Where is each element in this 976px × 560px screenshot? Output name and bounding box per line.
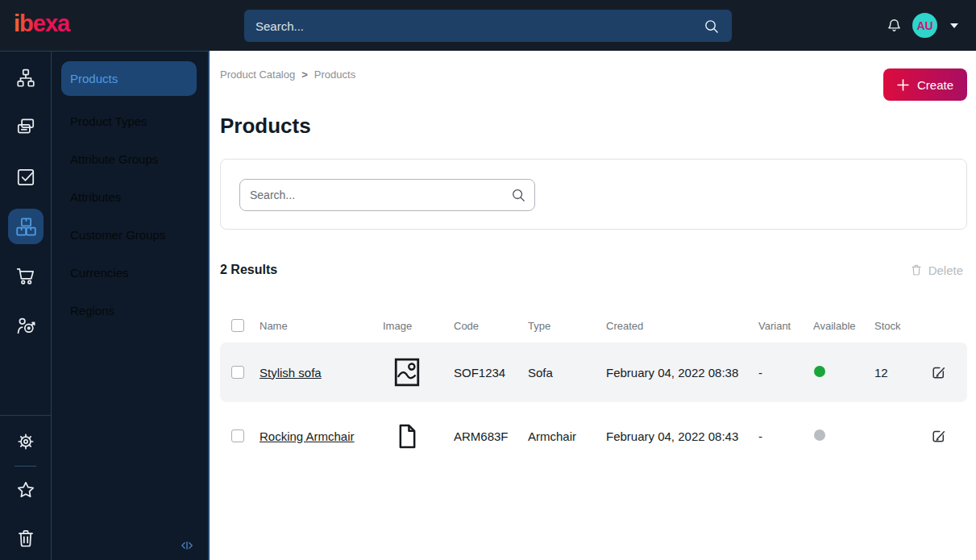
breadcrumb-products: Products [314,68,355,81]
topbar: ibexa AU [0,0,976,51]
table-row: Rocking Armchair ARM683F Armchair Februa… [220,406,967,466]
edit-button[interactable] [930,364,947,381]
rail-divider-short [15,466,36,467]
column-header-image: Image [383,320,454,332]
search-icon[interactable] [704,19,719,34]
trash-icon[interactable] [15,528,36,549]
settings-gear-icon[interactable] [15,431,36,452]
row-checkbox[interactable] [231,366,244,379]
product-name-link[interactable]: Rocking Armchair [260,429,355,443]
content-tree-icon[interactable] [15,68,36,89]
main-content: Product Catalog > Products Create Produc… [210,51,976,560]
tasks-icon[interactable] [15,167,36,188]
sidebar-item-product-types[interactable]: Product Types [52,102,208,140]
global-search [244,10,732,42]
column-header-available: Available [813,320,874,332]
row-checkbox[interactable] [231,429,244,442]
product-code: ARM683F [454,429,528,443]
sidebar-item-regions[interactable]: Regions [52,292,208,330]
avatar-initials: AU [916,19,932,32]
create-button-label: Create [917,78,953,92]
product-created: February 04, 2022 08:38 [606,366,758,380]
file-icon [397,424,454,449]
table-search-input[interactable] [240,189,511,201]
product-variant: - [758,366,813,380]
column-header-created: Created [606,320,758,332]
column-header-variant: Variant [758,320,813,332]
page-title: Products [220,114,967,137]
product-variant: - [758,429,813,443]
column-header-type: Type [528,320,606,332]
product-catalog-nav-active[interactable] [8,209,44,244]
filter-card [220,159,967,230]
product-type: Sofa [528,366,606,380]
plus-icon [897,79,909,91]
catalog-sidebar: Products Product Types Attribute Groups … [51,51,210,560]
logo-text: ibexa [14,11,71,36]
sidebar-item-attributes[interactable]: Attributes [52,178,208,216]
sidebar-collapse-icon[interactable] [179,537,195,554]
create-button[interactable]: Create [883,68,967,101]
edit-button[interactable] [930,428,947,445]
product-name-link[interactable]: Stylish sofa [260,366,322,380]
trash-icon [910,263,923,276]
caret-down-icon[interactable] [947,20,961,31]
main-nav-rail [0,51,51,560]
sidebar-item-currencies[interactable]: Currencies [52,254,208,292]
user-avatar[interactable]: AU [912,13,937,38]
rail-divider [0,415,51,416]
edit-icon [930,428,947,445]
personalization-icon[interactable] [15,315,36,336]
table-search [239,179,535,211]
column-header-stock: Stock [874,320,923,332]
commerce-cart-icon[interactable] [15,265,36,286]
search-icon[interactable] [511,188,525,202]
bookmarks-star-icon[interactable] [15,479,36,500]
image-icon [394,358,454,387]
table-row: Stylish sofa SOF1234 Sofa February 04, 2… [220,342,967,402]
column-header-code: Code [454,320,528,332]
pages-icon[interactable] [15,116,36,137]
edit-icon [930,364,947,381]
available-status-dot [814,429,825,441]
ibexa-logo[interactable]: ibexa [14,11,99,40]
product-created: February 04, 2022 08:43 [606,429,758,443]
delete-button-label: Delete [928,263,963,277]
table-header: Name Image Code Type Created Variant Ava… [220,309,967,342]
sidebar-item-label: Products [70,72,118,85]
breadcrumb-product-catalog[interactable]: Product Catalog [220,68,295,81]
column-header-name: Name [260,320,383,332]
available-status-dot [814,366,825,377]
select-all-checkbox[interactable] [231,319,244,332]
sidebar-item-customer-groups[interactable]: Customer Groups [52,216,208,254]
product-type: Armchair [528,429,606,443]
product-catalog-icon [15,216,37,238]
product-stock: 12 [874,366,923,380]
global-search-input[interactable] [244,19,704,33]
breadcrumb-separator: > [301,68,308,81]
product-code: SOF1234 [454,366,528,380]
results-header: 2 Results Delete [220,262,967,278]
ibexa-logo-icon: ibexa [14,11,99,37]
sidebar-item-products[interactable]: Products [61,61,197,96]
sidebar-item-attribute-groups[interactable]: Attribute Groups [52,140,208,178]
topbar-right: AU [886,0,961,51]
sidebar-items: Product Types Attribute Groups Attribute… [52,102,208,330]
results-count: 2 Results [220,263,277,277]
delete-button[interactable]: Delete [910,263,963,277]
bell-icon[interactable] [886,17,903,34]
breadcrumb: Product Catalog > Products [220,68,967,81]
